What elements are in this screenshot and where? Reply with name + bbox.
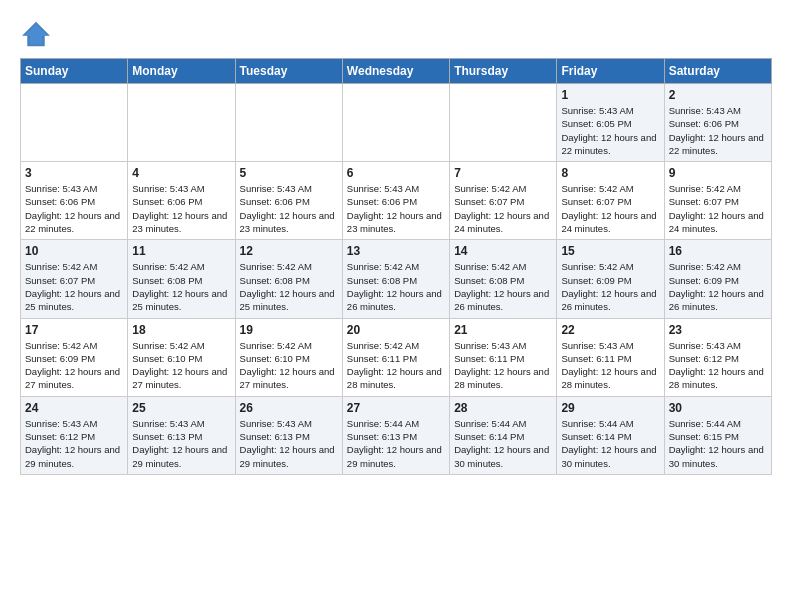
day-cell: 7Sunrise: 5:42 AM Sunset: 6:07 PM Daylig… [450, 162, 557, 240]
day-info: Sunrise: 5:43 AM Sunset: 6:13 PM Dayligh… [240, 417, 338, 470]
day-number: 21 [454, 323, 552, 337]
day-info: Sunrise: 5:42 AM Sunset: 6:07 PM Dayligh… [454, 182, 552, 235]
page: SundayMondayTuesdayWednesdayThursdayFrid… [0, 0, 792, 490]
day-number: 12 [240, 244, 338, 258]
day-info: Sunrise: 5:43 AM Sunset: 6:05 PM Dayligh… [561, 104, 659, 157]
header-cell-thursday: Thursday [450, 59, 557, 84]
day-info: Sunrise: 5:43 AM Sunset: 6:06 PM Dayligh… [669, 104, 767, 157]
header-cell-monday: Monday [128, 59, 235, 84]
header-cell-wednesday: Wednesday [342, 59, 449, 84]
day-cell: 16Sunrise: 5:42 AM Sunset: 6:09 PM Dayli… [664, 240, 771, 318]
day-cell [21, 84, 128, 162]
day-cell: 10Sunrise: 5:42 AM Sunset: 6:07 PM Dayli… [21, 240, 128, 318]
day-number: 1 [561, 88, 659, 102]
week-row-5: 24Sunrise: 5:43 AM Sunset: 6:12 PM Dayli… [21, 396, 772, 474]
day-number: 14 [454, 244, 552, 258]
day-number: 17 [25, 323, 123, 337]
day-cell: 20Sunrise: 5:42 AM Sunset: 6:11 PM Dayli… [342, 318, 449, 396]
day-cell: 2Sunrise: 5:43 AM Sunset: 6:06 PM Daylig… [664, 84, 771, 162]
day-number: 22 [561, 323, 659, 337]
day-info: Sunrise: 5:43 AM Sunset: 6:11 PM Dayligh… [561, 339, 659, 392]
day-number: 26 [240, 401, 338, 415]
day-info: Sunrise: 5:42 AM Sunset: 6:08 PM Dayligh… [132, 260, 230, 313]
day-cell: 11Sunrise: 5:42 AM Sunset: 6:08 PM Dayli… [128, 240, 235, 318]
day-number: 25 [132, 401, 230, 415]
header-cell-friday: Friday [557, 59, 664, 84]
day-cell: 13Sunrise: 5:42 AM Sunset: 6:08 PM Dayli… [342, 240, 449, 318]
logo-icon [20, 20, 52, 48]
day-number: 27 [347, 401, 445, 415]
logo [20, 20, 54, 48]
day-info: Sunrise: 5:43 AM Sunset: 6:11 PM Dayligh… [454, 339, 552, 392]
day-number: 23 [669, 323, 767, 337]
day-cell: 30Sunrise: 5:44 AM Sunset: 6:15 PM Dayli… [664, 396, 771, 474]
day-cell: 5Sunrise: 5:43 AM Sunset: 6:06 PM Daylig… [235, 162, 342, 240]
day-number: 3 [25, 166, 123, 180]
day-number: 15 [561, 244, 659, 258]
header-cell-tuesday: Tuesday [235, 59, 342, 84]
day-number: 16 [669, 244, 767, 258]
week-row-4: 17Sunrise: 5:42 AM Sunset: 6:09 PM Dayli… [21, 318, 772, 396]
day-info: Sunrise: 5:43 AM Sunset: 6:06 PM Dayligh… [132, 182, 230, 235]
day-number: 30 [669, 401, 767, 415]
day-info: Sunrise: 5:43 AM Sunset: 6:06 PM Dayligh… [25, 182, 123, 235]
day-cell [450, 84, 557, 162]
day-info: Sunrise: 5:43 AM Sunset: 6:06 PM Dayligh… [347, 182, 445, 235]
header-cell-saturday: Saturday [664, 59, 771, 84]
week-row-1: 1Sunrise: 5:43 AM Sunset: 6:05 PM Daylig… [21, 84, 772, 162]
day-cell: 23Sunrise: 5:43 AM Sunset: 6:12 PM Dayli… [664, 318, 771, 396]
day-cell: 8Sunrise: 5:42 AM Sunset: 6:07 PM Daylig… [557, 162, 664, 240]
day-number: 28 [454, 401, 552, 415]
day-number: 19 [240, 323, 338, 337]
day-info: Sunrise: 5:43 AM Sunset: 6:13 PM Dayligh… [132, 417, 230, 470]
day-info: Sunrise: 5:42 AM Sunset: 6:10 PM Dayligh… [240, 339, 338, 392]
day-cell: 18Sunrise: 5:42 AM Sunset: 6:10 PM Dayli… [128, 318, 235, 396]
day-cell: 14Sunrise: 5:42 AM Sunset: 6:08 PM Dayli… [450, 240, 557, 318]
day-cell: 1Sunrise: 5:43 AM Sunset: 6:05 PM Daylig… [557, 84, 664, 162]
day-cell: 19Sunrise: 5:42 AM Sunset: 6:10 PM Dayli… [235, 318, 342, 396]
header [20, 20, 772, 48]
week-row-2: 3Sunrise: 5:43 AM Sunset: 6:06 PM Daylig… [21, 162, 772, 240]
day-cell: 21Sunrise: 5:43 AM Sunset: 6:11 PM Dayli… [450, 318, 557, 396]
day-info: Sunrise: 5:42 AM Sunset: 6:08 PM Dayligh… [347, 260, 445, 313]
day-number: 24 [25, 401, 123, 415]
day-info: Sunrise: 5:42 AM Sunset: 6:08 PM Dayligh… [454, 260, 552, 313]
day-info: Sunrise: 5:42 AM Sunset: 6:09 PM Dayligh… [25, 339, 123, 392]
day-number: 29 [561, 401, 659, 415]
day-info: Sunrise: 5:42 AM Sunset: 6:07 PM Dayligh… [669, 182, 767, 235]
day-info: Sunrise: 5:44 AM Sunset: 6:15 PM Dayligh… [669, 417, 767, 470]
day-info: Sunrise: 5:42 AM Sunset: 6:07 PM Dayligh… [561, 182, 659, 235]
day-cell: 24Sunrise: 5:43 AM Sunset: 6:12 PM Dayli… [21, 396, 128, 474]
day-number: 7 [454, 166, 552, 180]
day-info: Sunrise: 5:42 AM Sunset: 6:11 PM Dayligh… [347, 339, 445, 392]
day-info: Sunrise: 5:42 AM Sunset: 6:09 PM Dayligh… [561, 260, 659, 313]
day-number: 6 [347, 166, 445, 180]
day-cell: 3Sunrise: 5:43 AM Sunset: 6:06 PM Daylig… [21, 162, 128, 240]
week-row-3: 10Sunrise: 5:42 AM Sunset: 6:07 PM Dayli… [21, 240, 772, 318]
day-number: 13 [347, 244, 445, 258]
day-number: 10 [25, 244, 123, 258]
day-cell: 27Sunrise: 5:44 AM Sunset: 6:13 PM Dayli… [342, 396, 449, 474]
day-info: Sunrise: 5:44 AM Sunset: 6:14 PM Dayligh… [454, 417, 552, 470]
day-info: Sunrise: 5:42 AM Sunset: 6:08 PM Dayligh… [240, 260, 338, 313]
day-cell: 25Sunrise: 5:43 AM Sunset: 6:13 PM Dayli… [128, 396, 235, 474]
day-number: 8 [561, 166, 659, 180]
day-number: 11 [132, 244, 230, 258]
day-cell: 15Sunrise: 5:42 AM Sunset: 6:09 PM Dayli… [557, 240, 664, 318]
day-info: Sunrise: 5:44 AM Sunset: 6:14 PM Dayligh… [561, 417, 659, 470]
day-info: Sunrise: 5:42 AM Sunset: 6:10 PM Dayligh… [132, 339, 230, 392]
day-cell: 22Sunrise: 5:43 AM Sunset: 6:11 PM Dayli… [557, 318, 664, 396]
day-info: Sunrise: 5:43 AM Sunset: 6:06 PM Dayligh… [240, 182, 338, 235]
day-number: 5 [240, 166, 338, 180]
day-number: 20 [347, 323, 445, 337]
day-number: 2 [669, 88, 767, 102]
day-cell: 9Sunrise: 5:42 AM Sunset: 6:07 PM Daylig… [664, 162, 771, 240]
header-cell-sunday: Sunday [21, 59, 128, 84]
day-info: Sunrise: 5:43 AM Sunset: 6:12 PM Dayligh… [669, 339, 767, 392]
header-row: SundayMondayTuesdayWednesdayThursdayFrid… [21, 59, 772, 84]
day-cell: 6Sunrise: 5:43 AM Sunset: 6:06 PM Daylig… [342, 162, 449, 240]
day-number: 18 [132, 323, 230, 337]
day-cell [128, 84, 235, 162]
day-cell [342, 84, 449, 162]
day-cell: 29Sunrise: 5:44 AM Sunset: 6:14 PM Dayli… [557, 396, 664, 474]
